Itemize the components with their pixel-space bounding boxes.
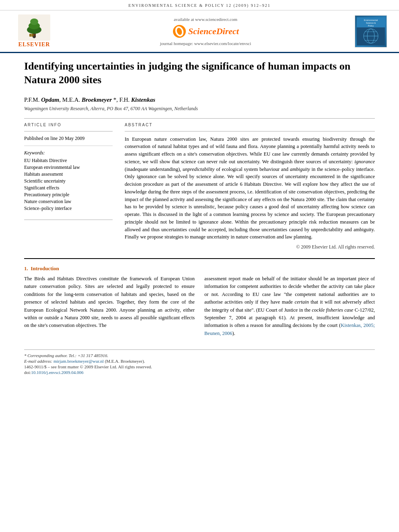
keyword-item: Habitats assessment <box>24 171 113 177</box>
logos-bar: ELSEVIER available at www.sciencedirect.… <box>0 10 399 53</box>
doi-note: doi:10.1016/j.envsci.2009.04.006 <box>24 370 375 375</box>
keyword-item: Nature conservation law <box>24 199 113 205</box>
intro-col-left: The Birds and Habitats Directives consti… <box>24 275 195 337</box>
email-link: mirjam.broekmeyer@wur.nl <box>53 359 104 364</box>
issn-note: 1462-9011/$ – see front matter © 2009 El… <box>24 364 375 369</box>
keyword-item: Precautionary principle <box>24 192 113 198</box>
info-top-divider <box>24 131 113 131</box>
keyword-item: European environmental law <box>24 164 113 170</box>
keywords-label: Keywords: <box>24 150 113 156</box>
affiliation: Wageningen University Research, Alterra,… <box>24 106 375 112</box>
email-suffix: (M.E.A. Broekmeyer). <box>105 359 145 364</box>
section-title-text: Introduction <box>31 265 59 271</box>
journal-name: Environmental Science & Policy 12 (2009)… <box>128 3 270 8</box>
env-sci-logo: Environmental Science & Policy <box>355 15 387 47</box>
journal-homepage-text: journal homepage: www.elsevier.com/locat… <box>160 41 251 46</box>
article-info-abstract: ARTICLE INFO Published on line 20 May 20… <box>24 123 375 251</box>
article-info-col: ARTICLE INFO Published on line 20 May 20… <box>24 123 113 251</box>
svg-point-4 <box>30 18 38 25</box>
elsevier-tree-icon <box>18 14 50 41</box>
intro-col-right: assessment report made on behalf of the … <box>204 275 375 337</box>
svg-text:Policy: Policy <box>368 25 374 27</box>
section-title-introduction: 1. Introduction <box>24 265 375 272</box>
available-text: available at www.sciencedirect.com <box>174 17 237 22</box>
title-divider <box>24 118 375 119</box>
abstract-top-divider <box>125 131 375 131</box>
article-footer: * Corresponding author. Tel.: +31 317 48… <box>24 349 375 375</box>
intro-text-left: The Birds and Habitats Directives consti… <box>24 275 195 330</box>
journal-header: Environmental Science & Policy 12 (2009)… <box>0 0 399 10</box>
article-title: Identifying uncertainties in judging the… <box>24 60 375 90</box>
keyword-item: Science–policy interface <box>24 205 113 212</box>
journal-cover-icon: Environmental Science & Policy <box>355 17 387 45</box>
keyword-item: Significant effects <box>24 185 113 191</box>
keywords-list: EU Habitats Directive European environme… <box>24 158 113 212</box>
svg-text:Environmental: Environmental <box>364 18 378 21</box>
sciencedirect-logo: ScienceDirect <box>172 24 239 39</box>
main-content: Identifying uncertainties in judging the… <box>0 53 399 384</box>
keyword-item: EU Habitats Directive <box>24 158 113 164</box>
intro-text-right: assessment report made on behalf of the … <box>204 275 375 337</box>
center-logos-block: available at www.sciencedirect.com Scien… <box>56 17 355 46</box>
abstract-col: ABSTRACT In European nature conservation… <box>125 123 375 251</box>
info-bottom-divider <box>24 220 113 220</box>
sd-brand-text: ScienceDirect <box>188 26 239 37</box>
elsevier-logo: ELSEVIER <box>12 14 56 48</box>
abstract-text: In European nature conservation law, Nat… <box>125 136 375 241</box>
elsevier-text-label: ELSEVIER <box>19 41 50 48</box>
corresponding-author-note: * Corresponding author. Tel.: +31 317 48… <box>24 353 375 358</box>
sciencedirect-icon <box>172 24 187 39</box>
abstract-label: ABSTRACT <box>125 123 375 127</box>
keyword-item: Scientific uncertainty <box>24 178 113 184</box>
section-number: 1. <box>24 265 28 271</box>
published-date: Published on line 20 May 2009 <box>24 136 113 146</box>
body-divider <box>24 258 375 259</box>
doi-link: 10.1016/j.envsci.2009.04.006 <box>31 370 83 375</box>
introduction-body: The Birds and Habitats Directives consti… <box>24 275 375 337</box>
article-info-label: ARTICLE INFO <box>24 123 113 127</box>
email-note: E-mail address: mirjam.broekmeyer@wur.nl… <box>24 359 375 364</box>
copyright-text: © 2009 Elsevier Ltd. All rights reserved… <box>125 244 375 250</box>
authors-line: P.F.M. Opdam, M.E.A. Broekmeyer *, F.H. … <box>24 97 375 103</box>
svg-text:Science &: Science & <box>366 22 376 24</box>
